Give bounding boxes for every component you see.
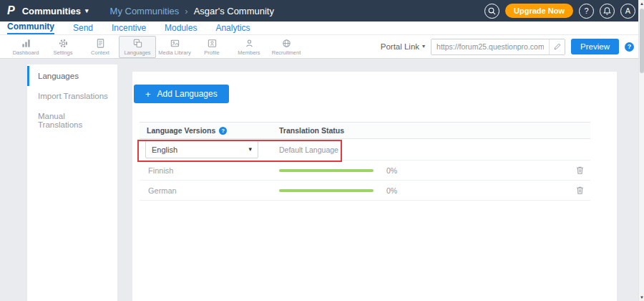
scroll-down-arrow-icon[interactable]: ▼ — [639, 294, 644, 301]
toolbar-item-label: Members — [238, 49, 260, 56]
plus-icon: + — [145, 90, 151, 99]
language-name: German — [140, 186, 272, 195]
topbar: P Communities ▾ My Communities › Asgar's… — [0, 0, 644, 22]
pencil-icon — [553, 42, 562, 51]
settings-sidebar: Languages Import Translations Manual Tra… — [27, 64, 117, 301]
product-name: Communities — [22, 6, 81, 16]
sidebar-item-manual-translations[interactable]: Manual Translations — [27, 106, 117, 135]
add-languages-label: Add Languages — [157, 89, 218, 99]
sidebar-item-import-translations[interactable]: Import Translations — [27, 86, 117, 106]
translation-progress-bar — [279, 189, 374, 192]
preview-button[interactable]: Preview — [571, 39, 619, 54]
dashboard-icon — [21, 37, 31, 49]
translation-percent: 0% — [386, 186, 397, 195]
add-languages-button[interactable]: + Add Languages — [134, 85, 229, 103]
preview-help-badge[interactable]: ? — [625, 42, 634, 52]
toolbar-item-label: Settings — [53, 49, 72, 56]
delete-language-button[interactable] — [575, 186, 585, 195]
language-versions-header: Language Versions — [147, 126, 215, 135]
toolbar-item-context[interactable]: Context — [82, 36, 119, 58]
table-row: English ▾ Default Language — [140, 139, 590, 161]
toolbar-item-label: Profile — [204, 49, 219, 56]
globe-icon — [281, 37, 292, 49]
default-language-select[interactable]: English ▾ — [145, 140, 258, 158]
toolbar-item-label: Languages — [124, 49, 150, 56]
table-row: German 0% — [140, 181, 590, 201]
trash-icon — [575, 186, 585, 195]
chevron-down-icon: ▾ — [248, 146, 252, 153]
toolbar-item-languages[interactable]: Languages — [119, 36, 156, 58]
toolbar-item-label: Recruitment — [272, 49, 301, 56]
search-icon — [487, 6, 497, 16]
breadcrumb-separator-icon: › — [185, 6, 187, 16]
nav-item-community[interactable]: Community — [7, 22, 54, 34]
delete-language-button[interactable] — [575, 166, 585, 175]
translation-percent: 0% — [386, 166, 397, 175]
scroll-up-arrow-icon[interactable]: ▲ — [639, 0, 644, 7]
translation-status-header: Translation Status — [272, 126, 590, 135]
toolbar-item-label: Dashboard — [13, 49, 39, 56]
languages-table: Language Versions ? Translation Status E… — [140, 122, 590, 201]
breadcrumb-my-communities[interactable]: My Communities — [110, 6, 180, 16]
nav-item-analytics[interactable]: Analytics — [215, 23, 250, 34]
nav-item-modules[interactable]: Modules — [165, 23, 197, 34]
translate-icon — [132, 37, 143, 49]
product-switcher[interactable]: Communities ▾ — [22, 6, 89, 16]
bell-icon — [602, 6, 612, 16]
module-toolbar: Dashboard Settings Context — [0, 35, 644, 59]
trash-icon — [575, 166, 585, 175]
toolbar-item-label: Media Library — [158, 49, 190, 56]
portal-url-box — [431, 39, 565, 55]
topbar-actions: Upgrade Now ? A — [484, 4, 635, 19]
toolbar-item-media-library[interactable]: Media Library — [156, 36, 193, 58]
upgrade-now-button[interactable]: Upgrade Now — [505, 4, 573, 18]
primary-nav: Community Send Incentive Modules Analyti… — [0, 22, 644, 35]
breadcrumb: My Communities › Asgar's Community — [110, 6, 274, 16]
sidebar-item-languages[interactable]: Languages — [27, 66, 117, 86]
id-card-icon — [207, 37, 218, 49]
nav-item-incentive[interactable]: Incentive — [112, 23, 146, 34]
portal-link-group: Portal Link ▾ Preview ? — [381, 39, 634, 55]
language-versions-help-badge[interactable]: ? — [219, 127, 227, 135]
language-name: Finnish — [140, 166, 272, 175]
portal-link-dropdown[interactable]: Portal Link ▾ — [381, 42, 425, 51]
scrollbar-thumb[interactable] — [640, 9, 644, 73]
portal-link-label: Portal Link — [381, 42, 419, 51]
breadcrumb-current-community: Asgar's Community — [194, 6, 274, 16]
toolbar-item-profile[interactable]: Profile — [193, 36, 230, 58]
notifications-button[interactable] — [600, 4, 615, 19]
default-language-value: English — [152, 145, 177, 154]
toolbar-item-recruitment[interactable]: Recruitment — [268, 36, 305, 58]
table-row: Finnish 0% — [140, 161, 590, 181]
nav-item-send[interactable]: Send — [73, 23, 93, 34]
portal-url-input[interactable] — [431, 39, 549, 54]
document-icon — [95, 37, 106, 49]
help-button[interactable]: ? — [579, 4, 594, 19]
questionpro-logo[interactable]: P — [7, 4, 15, 17]
avatar[interactable]: A — [620, 4, 635, 19]
default-language-status: Default Language — [279, 145, 338, 154]
edit-url-button[interactable] — [549, 39, 565, 54]
languages-panel: + Add Languages Language Versions ? Tran… — [132, 72, 617, 301]
table-header-row: Language Versions ? Translation Status — [140, 122, 590, 139]
translation-progress-bar — [279, 169, 374, 172]
gear-icon — [58, 37, 69, 49]
chevron-down-icon: ▾ — [85, 8, 89, 14]
toolbar-item-settings[interactable]: Settings — [44, 36, 82, 58]
toolbar-item-dashboard[interactable]: Dashboard — [7, 36, 44, 58]
vertical-scrollbar[interactable]: ▲ ▼ — [638, 0, 644, 301]
image-icon — [170, 37, 180, 49]
chevron-down-icon: ▾ — [422, 44, 425, 49]
toolbar-item-label: Context — [91, 49, 109, 56]
toolbar-item-members[interactable]: Members — [230, 36, 268, 58]
person-icon — [244, 37, 255, 49]
search-button[interactable] — [484, 4, 499, 19]
